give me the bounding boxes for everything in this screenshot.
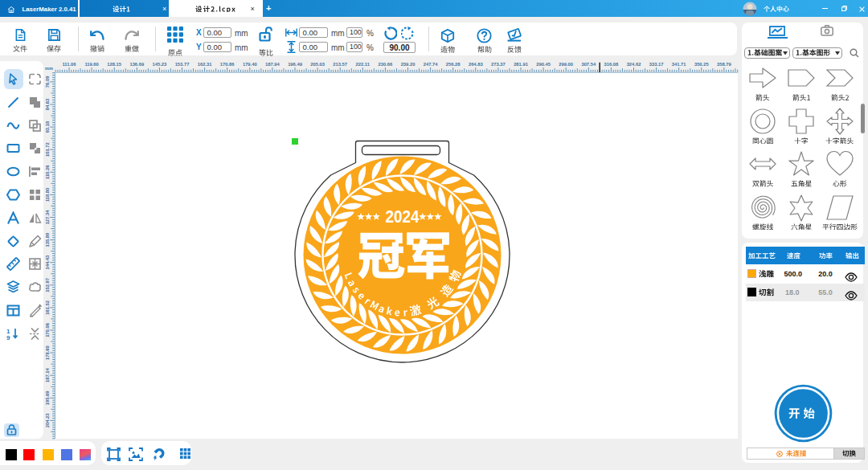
- svg-text:178.60: 178.60: [45, 345, 50, 360]
- svg-text:76.09: 76.09: [45, 76, 50, 88]
- svg-text:239.20: 239.20: [401, 62, 416, 67]
- svg-text:264.83: 264.83: [469, 62, 484, 67]
- svg-text:205.03: 205.03: [310, 62, 326, 67]
- svg-text:307.54: 307.54: [581, 62, 596, 67]
- svg-text:2024: 2024: [385, 206, 420, 227]
- svg-text:196.49: 196.49: [288, 62, 303, 67]
- svg-text:144.43: 144.43: [45, 255, 50, 270]
- svg-text:316.08: 316.08: [604, 62, 620, 67]
- svg-text:213.57: 213.57: [333, 62, 347, 67]
- svg-text:111.06: 111.06: [62, 62, 76, 67]
- svg-text:299.00: 299.00: [559, 62, 573, 67]
- svg-text:187.14: 187.14: [45, 368, 50, 383]
- svg-text:93.18: 93.18: [45, 121, 50, 133]
- svg-text:290.45: 290.45: [536, 62, 551, 67]
- svg-text:341.71: 341.71: [672, 62, 687, 67]
- svg-text:84.63: 84.63: [45, 98, 50, 110]
- svg-text:101.72: 101.72: [45, 142, 50, 157]
- svg-text:127.34: 127.34: [45, 210, 50, 225]
- svg-text:170.06: 170.06: [45, 322, 50, 337]
- svg-text:333.17: 333.17: [649, 62, 664, 67]
- svg-text:128.15: 128.15: [107, 62, 122, 67]
- svg-text:256.28: 256.28: [446, 62, 461, 67]
- svg-text:162.31: 162.31: [198, 62, 213, 67]
- svg-text:119.60: 119.60: [84, 62, 98, 67]
- svg-text:273.37: 273.37: [491, 62, 506, 67]
- svg-text:195.69: 195.69: [45, 390, 50, 406]
- svg-text:281.91: 281.91: [514, 62, 529, 67]
- svg-text:230.66: 230.66: [379, 62, 394, 67]
- svg-text:110.26: 110.26: [45, 165, 50, 179]
- svg-text:170.86: 170.86: [220, 62, 235, 67]
- svg-text:179.40: 179.40: [243, 62, 257, 67]
- svg-text:247.74: 247.74: [424, 62, 439, 67]
- svg-text:mm: mm: [45, 66, 53, 71]
- svg-text:204.23: 204.23: [45, 413, 50, 428]
- svg-text:161.52: 161.52: [45, 300, 50, 315]
- svg-text:187.94: 187.94: [265, 62, 280, 67]
- svg-text:9: 9: [6, 334, 10, 341]
- svg-text:152.97: 152.97: [45, 278, 50, 292]
- svg-text:145.23: 145.23: [153, 62, 168, 67]
- svg-text:350.25: 350.25: [694, 62, 710, 67]
- svg-text:324.62: 324.62: [627, 62, 641, 67]
- svg-text:153.77: 153.77: [175, 62, 190, 67]
- svg-text:222.11: 222.11: [356, 62, 371, 67]
- svg-text:135.89: 135.89: [45, 232, 50, 247]
- svg-text:118.80: 118.80: [45, 188, 50, 202]
- svg-text:358.79: 358.79: [717, 62, 732, 67]
- svg-text:136.69: 136.69: [129, 62, 145, 67]
